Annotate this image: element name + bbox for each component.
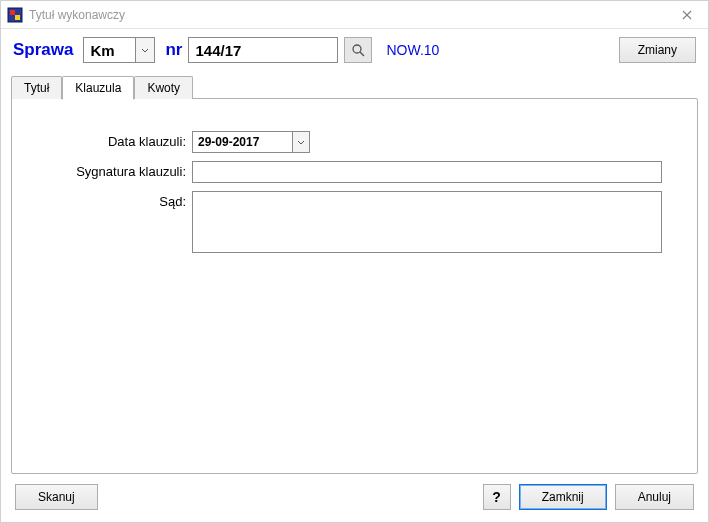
tabs-header: Tytuł Klauzula Kwoty (11, 75, 698, 99)
skanuj-button[interactable]: Skanuj (15, 484, 98, 510)
tab-kwoty[interactable]: Kwoty (134, 76, 193, 99)
date-value: 29-09-2017 (192, 131, 292, 153)
svg-rect-1 (10, 10, 15, 15)
km-select-value: Km (83, 37, 135, 63)
svg-rect-2 (15, 15, 20, 20)
km-select-dropdown[interactable] (135, 37, 155, 63)
tab-klauzula[interactable]: Klauzula (62, 76, 134, 100)
row-sad: Sąd: (32, 191, 677, 253)
chevron-down-icon (141, 48, 149, 53)
tabs-area: Tytuł Klauzula Kwoty Data klauzuli: 29-0… (1, 71, 708, 474)
sygnatura-label: Sygnatura klauzuli: (32, 161, 192, 179)
bottom-toolbar: Skanuj ? Zamknij Anuluj (1, 474, 708, 522)
app-icon (7, 7, 23, 23)
zamknij-button[interactable]: Zamknij (519, 484, 607, 510)
svg-line-6 (360, 52, 364, 56)
search-icon (351, 43, 365, 57)
sad-textarea[interactable] (192, 191, 662, 253)
zmiany-button[interactable]: Zmiany (619, 37, 696, 63)
nr-label: nr (165, 40, 182, 60)
titlebar: Tytuł wykonawczy (1, 1, 708, 29)
now-label: NOW.10 (386, 42, 612, 58)
date-label: Data klauzuli: (32, 131, 192, 149)
date-picker[interactable]: 29-09-2017 (192, 131, 310, 153)
help-button[interactable]: ? (483, 484, 511, 510)
case-header-row: Sprawa Km nr NOW.10 Zmiany (1, 29, 708, 71)
row-sygnatura: Sygnatura klauzuli: (32, 161, 677, 183)
anuluj-button[interactable]: Anuluj (615, 484, 694, 510)
tab-panel-klauzula: Data klauzuli: 29-09-2017 Sygnatura klau… (11, 98, 698, 474)
window-title: Tytuł wykonawczy (29, 8, 672, 22)
sygnatura-input[interactable] (192, 161, 662, 183)
sad-label: Sąd: (32, 191, 192, 209)
tab-tytul[interactable]: Tytuł (11, 76, 62, 99)
nr-input[interactable] (188, 37, 338, 63)
chevron-down-icon (297, 140, 305, 145)
search-button[interactable] (344, 37, 372, 63)
km-select[interactable]: Km (83, 37, 155, 63)
date-dropdown[interactable] (292, 131, 310, 153)
sprawa-label: Sprawa (13, 40, 73, 60)
window: Tytuł wykonawczy Sprawa Km nr (0, 0, 709, 523)
close-button[interactable] (672, 5, 702, 25)
row-date: Data klauzuli: 29-09-2017 (32, 131, 677, 153)
svg-point-5 (353, 45, 361, 53)
